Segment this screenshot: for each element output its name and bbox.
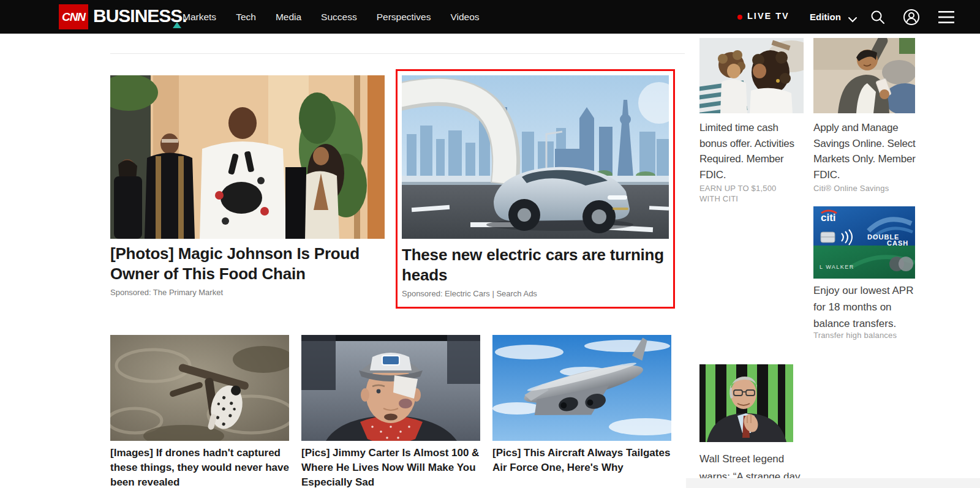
story-image-jimmy-carter[interactable] <box>301 335 480 441</box>
story-sponsor-electric-cars: Sponsored: Electric Cars | Search Ads <box>402 289 537 298</box>
ad-subtext-cash-bonus: EARN UP TO $1,500 WITH CITI <box>699 183 797 204</box>
nav-item-perspectives[interactable]: Perspectives <box>377 12 431 23</box>
nav-item-videos[interactable]: Videos <box>450 12 479 23</box>
ad-headline-cash-bonus[interactable]: Limited time cash bonus offer. Activitie… <box>699 120 805 182</box>
chevron-down-icon[interactable] <box>848 14 858 25</box>
nav-item-success[interactable]: Success <box>321 12 357 23</box>
primary-nav: Markets Tech Media Success Perspectives … <box>183 0 480 34</box>
card-holder-text: L WALKER <box>820 264 854 270</box>
hamburger-menu-icon[interactable] <box>938 10 954 26</box>
ad-image-cash-bonus[interactable] <box>699 38 804 113</box>
story-headline-jimmy-carter[interactable]: [Pics] Jimmy Carter Is Almost 100 & Wher… <box>301 446 483 488</box>
ad-image-citi-double-cash-card[interactable]: citi DOUBLE CASH L WALKER <box>813 206 915 279</box>
ad-image-online-savings[interactable] <box>813 38 915 113</box>
person-with-phone-illustration <box>813 38 915 113</box>
story-headline-magic-johnson[interactable]: [Photos] Magic Johnson Is Proud Owner of… <box>110 244 386 284</box>
account-avatar-icon[interactable] <box>903 9 920 28</box>
citi-brand-text: citi <box>821 212 836 223</box>
nav-item-media[interactable]: Media <box>276 12 301 23</box>
story-sponsor-magic-johnson: Sponsored: The Primary Market <box>110 288 223 297</box>
search-icon[interactable] <box>870 9 886 28</box>
ad-subtext-online-savings: Citi® Online Savings <box>813 183 915 193</box>
card-cash-text: CASH <box>887 239 908 247</box>
ad-headline-balance-transfers[interactable]: Enjoy our lowest APR for 18 months on ba… <box>813 282 919 332</box>
nav-item-tech[interactable]: Tech <box>236 12 256 23</box>
story-image-magic-johnson[interactable] <box>110 75 385 239</box>
top-navigation-bar: CNN BUSINESS. Markets Tech Media Success… <box>0 0 980 34</box>
story-image-drones[interactable] <box>110 335 289 441</box>
live-dot-icon <box>737 15 742 20</box>
ad-subtext-balance-transfers: Transfer high balances <box>813 330 915 340</box>
business-logo-triangle-icon <box>173 22 181 28</box>
next-section-edge <box>686 478 980 488</box>
mother-child-illustration <box>699 38 804 113</box>
section-divider <box>110 53 685 54</box>
story-image-aircraft[interactable] <box>492 335 671 441</box>
story-headline-aircraft[interactable]: [Pics] This Aircraft Always Tailgates Ai… <box>492 446 674 475</box>
live-tv-link[interactable]: LIVE TV <box>747 11 790 21</box>
edition-dropdown[interactable]: Edition <box>810 12 841 22</box>
cnn-logo[interactable]: CNN <box>59 4 88 29</box>
story-headline-drones[interactable]: [Images] If drones hadn't captured these… <box>110 446 292 488</box>
tv-analyst-illustration <box>699 364 793 442</box>
story-image-wall-street-legend[interactable] <box>699 364 793 442</box>
electric-car-illustration <box>402 75 669 239</box>
ad-headline-online-savings[interactable]: Apply and Manage Savings Online. Select … <box>813 120 919 182</box>
story-headline-electric-cars[interactable]: These new electric cars are turning head… <box>402 245 671 285</box>
nav-item-markets[interactable]: Markets <box>183 12 216 23</box>
jimmy-carter-illustration <box>301 335 480 441</box>
magic-johnson-photo-illustration <box>110 75 385 239</box>
drone-wreckage-illustration <box>110 335 289 441</box>
aircraft-illustration <box>492 335 671 441</box>
credit-card-illustration: citi DOUBLE CASH L WALKER <box>813 206 915 279</box>
story-image-electric-cars[interactable] <box>402 75 669 239</box>
